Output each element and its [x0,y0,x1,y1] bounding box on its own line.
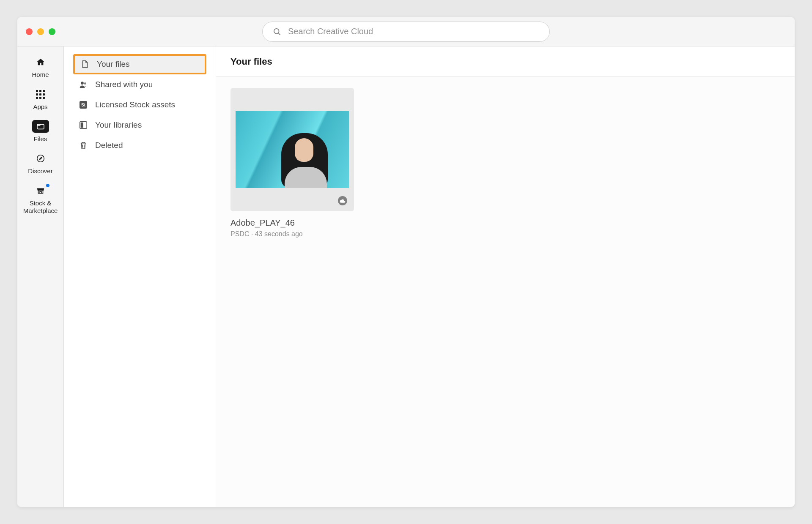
sidebar-item-your-files[interactable]: Your files [73,54,206,74]
file-icon [81,60,89,68]
people-icon [79,81,88,88]
svg-rect-10 [81,123,83,128]
window-controls [26,28,55,35]
page-title: Your files [230,56,272,67]
nav-item-home[interactable]: Home [17,56,63,79]
app-window: Home Apps [17,17,795,507]
file-meta: PSDC · 43 seconds ago [230,230,354,238]
home-icon [36,57,45,67]
titlebar [17,17,795,46]
sidebar-item-label: Your libraries [95,120,142,130]
search-input[interactable] [288,27,539,36]
nav-label-stock: Stock & Marketplace [17,199,63,215]
sidebar-item-libraries[interactable]: Your libraries [73,115,206,135]
cloud-sync-icon [338,196,347,205]
sidebar-item-shared[interactable]: Shared with you [73,74,206,95]
nav-label-files: Files [34,135,47,143]
nav-item-discover[interactable]: Discover [17,152,63,175]
apps-icon [36,90,45,99]
trash-icon [79,141,88,150]
compass-icon [36,154,45,163]
file-name: Adobe_PLAY_46 [230,218,354,228]
file-card[interactable]: Adobe_PLAY_46 PSDC · 43 seconds ago [230,88,354,238]
folder-icon [36,123,45,130]
main-content: Your files [216,46,795,507]
nav-rail: Home Apps [17,46,64,507]
svg-point-6 [84,82,86,85]
svg-point-5 [81,82,84,85]
content-body: Adobe_PLAY_46 PSDC · 43 seconds ago [216,77,795,507]
stock-icon: St [79,101,88,109]
sidebar-item-stock-assets[interactable]: St Licensed Stock assets [73,95,206,115]
file-thumbnail [230,88,354,211]
sidebar-item-label: Deleted [95,141,123,150]
nav-label-apps: Apps [33,103,47,111]
marketplace-icon [36,186,45,195]
svg-point-0 [274,28,279,33]
notification-badge [45,183,50,188]
search-bar[interactable] [262,22,550,42]
nav-label-discover: Discover [28,167,52,175]
sidebar-item-label: Licensed Stock assets [95,100,175,109]
libraries-icon [79,121,88,129]
body-area: Home Apps [17,46,795,507]
sidebar-item-label: Shared with you [95,80,153,89]
svg-text:St: St [81,103,86,107]
content-header: Your files [216,46,795,77]
nav-label-home: Home [32,71,49,79]
svg-marker-4 [39,157,42,160]
thumbnail-image [236,111,349,188]
window-maximize-button[interactable] [49,28,55,35]
svg-line-1 [278,33,280,35]
nav-item-stock-marketplace[interactable]: Stock & Marketplace [17,184,63,215]
nav-item-files[interactable]: Files [17,120,63,143]
window-minimize-button[interactable] [37,28,44,35]
search-icon [273,27,281,36]
sidebar-item-label: Your files [97,60,129,69]
nav-item-apps[interactable]: Apps [17,88,63,111]
window-close-button[interactable] [26,28,33,35]
sidebar-item-deleted[interactable]: Deleted [73,135,206,156]
files-sidebar: Your files Shared with you [64,46,216,507]
